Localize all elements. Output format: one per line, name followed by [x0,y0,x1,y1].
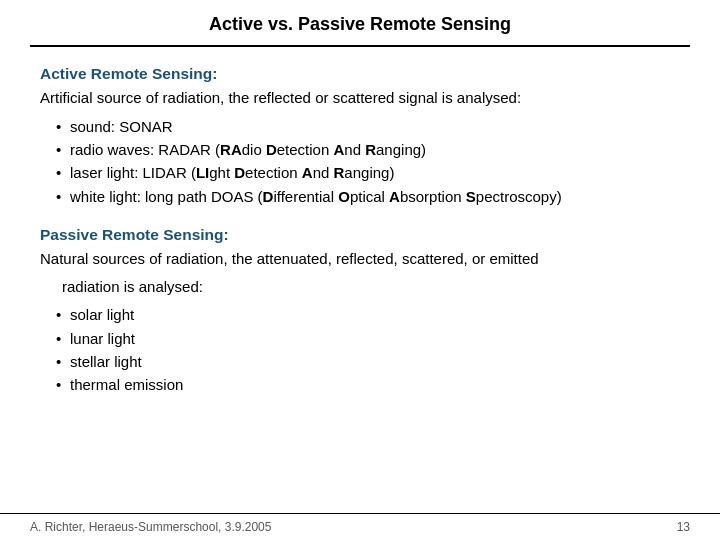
list-item: stellar light [56,350,680,373]
list-item: laser light: LIDAR (LIght Detection And … [56,161,680,184]
list-item: sound: SONAR [56,115,680,138]
list-item: white light: long path DOAS (Differentia… [56,185,680,208]
list-item: lunar light [56,327,680,350]
active-bullet-list: sound: SONAR radio waves: RADAR (RAdio D… [40,115,680,208]
list-item: thermal emission [56,373,680,396]
content-area: Active Remote Sensing: Artificial source… [30,65,690,396]
list-item: solar light [56,303,680,326]
footer-page-number: 13 [677,520,690,534]
slide-container: Active vs. Passive Remote Sensing Active… [0,0,720,540]
active-section: Active Remote Sensing: Artificial source… [40,65,680,208]
passive-section-intro-line2: radiation is analysed: [40,276,680,298]
active-section-intro: Artificial source of radiation, the refl… [40,87,680,109]
passive-section-title: Passive Remote Sensing: [40,226,680,244]
title-area: Active vs. Passive Remote Sensing [30,0,690,47]
footer-citation: A. Richter, Heraeus-Summerschool, 3.9.20… [30,520,271,534]
active-section-title: Active Remote Sensing: [40,65,680,83]
footer: A. Richter, Heraeus-Summerschool, 3.9.20… [0,513,720,540]
passive-section: Passive Remote Sensing: Natural sources … [40,226,680,397]
slide-title: Active vs. Passive Remote Sensing [209,14,511,34]
list-item: radio waves: RADAR (RAdio Detection And … [56,138,680,161]
passive-section-intro-line1: Natural sources of radiation, the attenu… [40,248,680,270]
passive-bullet-list: solar light lunar light stellar light th… [40,303,680,396]
